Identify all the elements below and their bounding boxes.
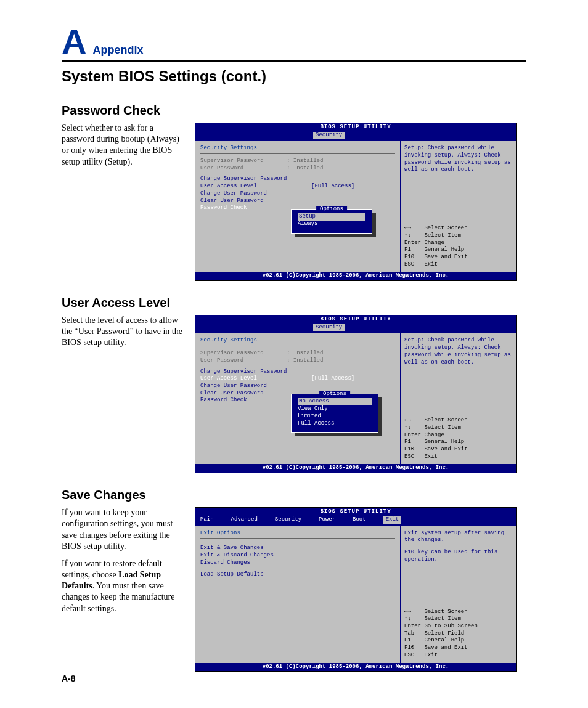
sup-pw-val: : Installed	[287, 158, 323, 165]
option-full-access[interactable]: Full Access	[298, 420, 372, 428]
tab-security[interactable]: Security	[313, 132, 345, 139]
save-changes-text1: If you want to keep your configuration s…	[62, 507, 185, 552]
item-discard[interactable]: Discard Changes	[200, 559, 395, 567]
nav-keys: ←→ Select Screen ↑↓ Select Item Enter Ch…	[404, 225, 512, 268]
item-exit-discard[interactable]: Exit & Discard Changes	[200, 552, 395, 559]
sup-pw-label: Supervisor Password	[200, 158, 287, 165]
item-user-access[interactable]: User Access Level	[200, 183, 287, 190]
bios-title: BIOS SETUP UTILITY	[195, 123, 516, 132]
tab-security[interactable]: Security	[275, 516, 301, 524]
bios-footer: v02.61 (C)Copyright 1985-2006, American …	[195, 272, 516, 280]
section-save-changes-heading: Save Changes	[62, 488, 526, 502]
item-change-user-pw[interactable]: Change User Password	[200, 190, 395, 198]
bios-right-panel: Setup: Check password while invoking set…	[400, 333, 516, 464]
page-number: A-8	[62, 673, 76, 683]
user-pw-val: : Installed	[287, 165, 323, 173]
help-line1: Exit system setup after saving the chang…	[404, 530, 512, 544]
bios-left-panel: Exit Options Exit & Save Changes Exit & …	[195, 526, 400, 663]
user-pw-label: User Password	[200, 357, 287, 365]
options-popup: Options Setup Always	[291, 209, 372, 233]
save-changes-text2: If you want to restore default settings,…	[62, 558, 185, 614]
bios-right-panel: Exit system setup after saving the chang…	[400, 526, 516, 663]
section-user-access-heading: User Access Level	[62, 296, 526, 310]
bios-tabs: Security	[195, 132, 516, 140]
bios-footer: v02.61 (C)Copyright 1985-2006, American …	[195, 464, 516, 473]
bios-footer: v02.61 (C)Copyright 1985-2006, American …	[195, 663, 516, 672]
bios-tabs: Security	[195, 324, 516, 333]
nav-keys: ←→ Select Screen ↑↓ Select Item Enter Go…	[404, 609, 512, 659]
item-user-access[interactable]: User Access Level	[200, 375, 287, 383]
option-always[interactable]: Always	[298, 221, 365, 228]
option-limited[interactable]: Limited	[298, 413, 372, 420]
panel-title: Security Settings	[200, 337, 395, 346]
bios-right-panel: Setup: Check password while invoking set…	[400, 141, 516, 272]
tab-main[interactable]: Main	[200, 516, 214, 524]
appendix-header: A Appendix	[62, 25, 526, 62]
item-user-access-val: [Full Access]	[311, 183, 354, 190]
item-load-defaults[interactable]: Load Setup Defaults	[200, 571, 395, 579]
item-change-sup-pw[interactable]: Change Supervisor Password	[200, 176, 395, 183]
tab-advanced[interactable]: Advanced	[231, 516, 258, 524]
help-text: Setup: Check password while invoking set…	[404, 337, 512, 374]
item-clear-user-pw[interactable]: Clear User Password	[200, 198, 395, 205]
bios-tabs: Main Advanced Security Power Boot Exit	[195, 516, 516, 525]
bios-title: BIOS SETUP UTILITY	[195, 315, 516, 324]
bios-left-panel: Security Settings Supervisor Password: I…	[195, 141, 400, 272]
section-password-check-heading: Password Check	[62, 104, 526, 118]
item-change-user-pw[interactable]: Change User Password	[200, 383, 395, 390]
user-access-copy: Select the level of access to allow the …	[62, 315, 185, 355]
panel-title: Exit Options	[200, 530, 395, 539]
bios-screenshot-3: BIOS SETUP UTILITY Main Advanced Securit…	[195, 507, 517, 672]
sup-pw-label: Supervisor Password	[200, 350, 287, 357]
popup-title: Options	[316, 206, 347, 213]
page-title: System BIOS Settings (cont.)	[62, 68, 526, 85]
nav-keys: ←→ Select Screen ↑↓ Select Item Enter Ch…	[404, 417, 512, 460]
item-exit-save[interactable]: Exit & Save Changes	[200, 545, 395, 552]
option-no-access[interactable]: No Access	[298, 398, 372, 405]
user-pw-label: User Password	[200, 165, 287, 173]
popup-title: Options	[319, 391, 350, 398]
tab-security[interactable]: Security	[313, 324, 345, 332]
tab-exit[interactable]: Exit	[383, 516, 402, 524]
item-change-sup-pw[interactable]: Change Supervisor Password	[200, 368, 395, 376]
option-view-only[interactable]: View Only	[298, 405, 372, 413]
options-popup: Options No Access View Only Limited Full…	[291, 394, 378, 433]
help-text: Setup: Check password while invoking set…	[404, 145, 512, 182]
tab-power[interactable]: Power	[319, 516, 335, 524]
help-text: Exit system setup after saving the chang…	[404, 530, 512, 567]
bios-screenshot-1: BIOS SETUP UTILITY Security Security Set…	[195, 123, 517, 281]
option-setup[interactable]: Setup	[298, 213, 365, 221]
appendix-letter: A	[62, 25, 86, 59]
user-access-text: Select the level of access to allow the …	[62, 315, 185, 349]
tab-boot[interactable]: Boot	[353, 516, 366, 524]
item-user-access-val: [Full Access]	[311, 375, 354, 383]
help-line2: F10 key can be used for this operation.	[404, 549, 512, 563]
bios-left-panel: Security Settings Supervisor Password: I…	[195, 333, 400, 464]
user-pw-val: : Installed	[287, 357, 323, 365]
password-check-copy: Select whether to ask for a password dur…	[62, 123, 185, 174]
panel-title: Security Settings	[200, 145, 395, 154]
password-check-text: Select whether to ask for a password dur…	[62, 123, 185, 168]
bios-screenshot-2: BIOS SETUP UTILITY Security Security Set…	[195, 315, 517, 473]
bios-title: BIOS SETUP UTILITY	[195, 508, 516, 516]
save-changes-copy: If you want to keep your configuration s…	[62, 507, 185, 621]
sup-pw-val: : Installed	[287, 350, 323, 357]
appendix-word: Appendix	[92, 44, 143, 56]
